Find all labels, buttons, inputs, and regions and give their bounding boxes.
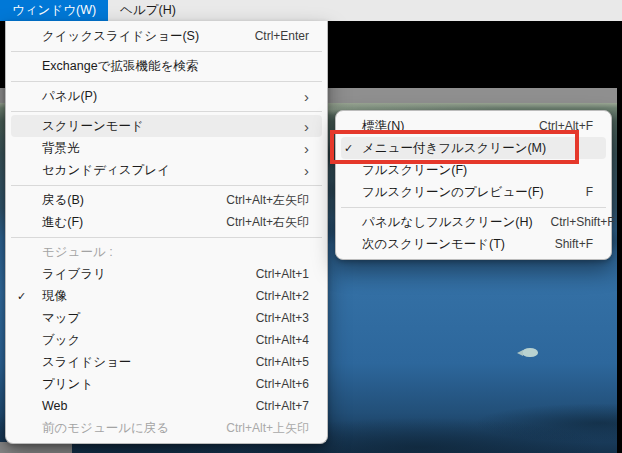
menu-item-web[interactable]: WebCtrl+Alt+7 xyxy=(11,395,322,417)
shortcut-label: Ctrl+Alt+右矢印 xyxy=(208,214,309,231)
shortcut-label: Ctrl+Alt+2 xyxy=(238,289,309,303)
screen-mode-submenu: 標準(N)Ctrl+Alt+F✓メニュー付きフルスクリーン(M)フルスクリーン(… xyxy=(335,110,612,260)
menu-item-develop[interactable]: ✓現像Ctrl+Alt+2 xyxy=(11,285,322,307)
menu-item-return-to-previous-module[interactable]: 前のモジュールに戻るCtrl+Alt+上矢印 xyxy=(11,417,322,439)
menu-item-label: 背景光 xyxy=(42,140,80,157)
menu-item-label: 戻る(B) xyxy=(42,192,84,209)
menu-item-label: メニュー付きフルスクリーン(M) xyxy=(362,140,546,157)
chevron-right-icon: › xyxy=(286,141,309,156)
window-menu-dropdown: クイックスライドショー(S)Ctrl+EnterExchangeで拡張機能を検索… xyxy=(5,21,328,444)
menu-item-exchange-extensions[interactable]: Exchangeで拡張機能を検索 xyxy=(11,55,322,77)
menu-item-go-forward[interactable]: 進む(F)Ctrl+Alt+右矢印 xyxy=(11,211,322,233)
submenu-item-fullscreen-with-menubar[interactable]: ✓メニュー付きフルスクリーン(M) xyxy=(341,137,606,159)
menu-item-label: フルスクリーン(F) xyxy=(362,162,467,179)
menu-divider xyxy=(11,237,322,238)
menu-item-label: セカンドディスプレイ xyxy=(42,162,170,179)
menu-item-label: クイックスライドショー(S) xyxy=(42,28,199,45)
shortcut-label: Ctrl+Shift+F xyxy=(533,215,615,229)
shortcut-label: Ctrl+Alt+左矢印 xyxy=(208,192,309,209)
menu-item-label: 前のモジュールに戻る xyxy=(42,420,169,437)
submenu-item-next-screen-mode[interactable]: 次のスクリーンモード(T)Shift+F xyxy=(341,233,606,255)
menu-divider xyxy=(11,185,322,186)
menu-divider xyxy=(11,51,322,52)
menu-item-panels[interactable]: パネル(P)› xyxy=(11,85,322,107)
menu-bar: ウィンドウ(W) ヘルプ(H) xyxy=(0,0,622,21)
menu-item-label: スライドショー xyxy=(42,354,131,371)
menu-divider xyxy=(341,207,606,208)
menu-item-label: 進む(F) xyxy=(42,214,83,231)
menu-item-label: モジュール : xyxy=(42,244,113,261)
shortcut-label: Ctrl+Alt+3 xyxy=(238,311,309,325)
shortcut-label: Ctrl+Alt+上矢印 xyxy=(208,420,309,437)
menu-item-go-back[interactable]: 戻る(B)Ctrl+Alt+左矢印 xyxy=(11,189,322,211)
menu-item-lights-out[interactable]: 背景光› xyxy=(11,137,322,159)
shortcut-label: Ctrl+Alt+6 xyxy=(238,377,309,391)
menu-item-label: 次のスクリーンモード(T) xyxy=(362,236,505,253)
menu-item-label: ライブラリ xyxy=(42,266,106,283)
chevron-right-icon: › xyxy=(286,89,309,104)
shortcut-label: Ctrl+Alt+1 xyxy=(238,267,309,281)
submenu-item-fullscreen-hide-panels[interactable]: パネルなしフルスクリーン(H)Ctrl+Shift+F xyxy=(341,211,606,233)
menu-item-label: 標準(N) xyxy=(362,118,404,135)
submenu-item-normal[interactable]: 標準(N)Ctrl+Alt+F xyxy=(341,115,606,137)
menu-item-label: プリント xyxy=(42,376,93,393)
menu-item-secondary-display[interactable]: セカンドディスプレイ› xyxy=(11,159,322,181)
shortcut-label: Ctrl+Alt+4 xyxy=(238,333,309,347)
menu-item-print[interactable]: プリントCtrl+Alt+6 xyxy=(11,373,322,395)
shortcut-label: Ctrl+Alt+7 xyxy=(238,399,309,413)
fish xyxy=(522,348,538,357)
shortcut-label: Shift+F xyxy=(537,237,593,251)
menu-divider xyxy=(11,111,322,112)
shortcut-label: Ctrl+Enter xyxy=(237,29,309,43)
menu-divider xyxy=(11,81,322,82)
menu-item-label: 現像 xyxy=(42,288,67,305)
check-icon: ✓ xyxy=(17,290,26,303)
menu-item-label: スクリーンモード xyxy=(42,118,144,135)
menu-item-label: パネル(P) xyxy=(42,88,97,105)
menubar-item-help[interactable]: ヘルプ(H) xyxy=(108,0,188,21)
shortcut-label: Ctrl+Alt+5 xyxy=(238,355,309,369)
menu-item-screen-mode[interactable]: スクリーンモード› xyxy=(11,115,322,137)
menu-item-book[interactable]: ブックCtrl+Alt+4 xyxy=(11,329,322,351)
menu-header-modules: モジュール : xyxy=(11,241,322,263)
app-window: ウィンドウ(W) ヘルプ(H) クイックスライドショー(S)Ctrl+Enter… xyxy=(0,0,622,453)
menu-item-quick-slideshow[interactable]: クイックスライドショー(S)Ctrl+Enter xyxy=(11,25,322,47)
menu-item-label: フルスクリーンのプレビュー(F) xyxy=(362,184,544,201)
menubar-item-window[interactable]: ウィンドウ(W) xyxy=(0,0,108,21)
menu-item-label: Web xyxy=(42,399,67,413)
menu-item-label: Exchangeで拡張機能を検索 xyxy=(42,58,198,75)
menu-item-map[interactable]: マップCtrl+Alt+3 xyxy=(11,307,322,329)
menu-item-label: パネルなしフルスクリーン(H) xyxy=(362,214,533,231)
menu-item-label: マップ xyxy=(42,310,80,327)
menu-item-library[interactable]: ライブラリCtrl+Alt+1 xyxy=(11,263,322,285)
menu-item-label: ブック xyxy=(42,332,80,349)
check-icon: ✓ xyxy=(344,142,353,155)
submenu-item-fullscreen[interactable]: フルスクリーン(F) xyxy=(341,159,606,181)
shortcut-label: F xyxy=(568,185,593,199)
chevron-right-icon: › xyxy=(286,163,309,178)
chevron-right-icon: › xyxy=(286,119,309,134)
shortcut-label: Ctrl+Alt+F xyxy=(521,119,593,133)
submenu-item-fullscreen-preview[interactable]: フルスクリーンのプレビュー(F)F xyxy=(341,181,606,203)
menu-item-slideshow[interactable]: スライドショーCtrl+Alt+5 xyxy=(11,351,322,373)
